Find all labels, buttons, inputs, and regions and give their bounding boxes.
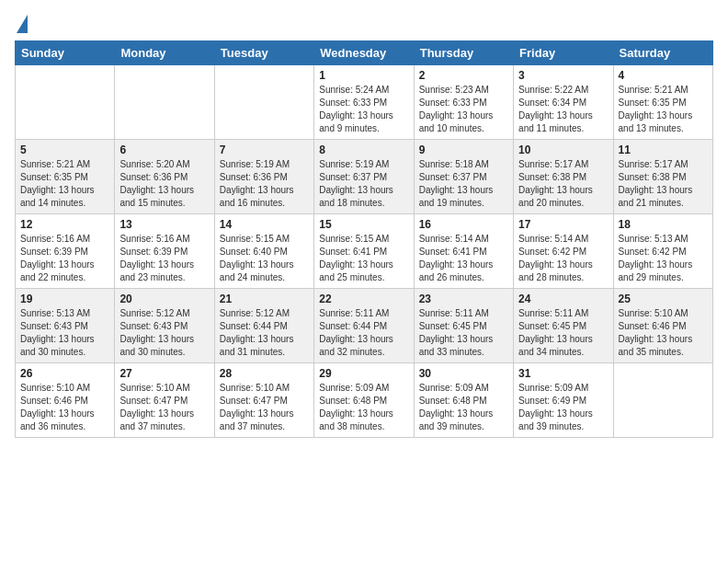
day-number: 28 <box>220 367 309 380</box>
calendar-cell: 24Sunrise: 5:11 AM Sunset: 6:45 PM Dayli… <box>514 289 613 363</box>
weekday-header-row: SundayMondayTuesdayWednesdayThursdayFrid… <box>16 41 713 65</box>
calendar-cell: 18Sunrise: 5:13 AM Sunset: 6:42 PM Dayli… <box>613 214 712 289</box>
calendar-cell: 31Sunrise: 5:09 AM Sunset: 6:49 PM Dayli… <box>514 363 613 438</box>
calendar-cell: 21Sunrise: 5:12 AM Sunset: 6:44 PM Dayli… <box>214 289 313 363</box>
day-info: Sunrise: 5:13 AM Sunset: 6:42 PM Dayligh… <box>619 233 708 284</box>
day-info: Sunrise: 5:16 AM Sunset: 6:39 PM Dayligh… <box>20 233 109 284</box>
day-number: 21 <box>220 293 309 305</box>
calendar-cell: 25Sunrise: 5:10 AM Sunset: 6:46 PM Dayli… <box>613 289 712 363</box>
calendar-cell: 3Sunrise: 5:22 AM Sunset: 6:34 PM Daylig… <box>514 65 613 140</box>
day-info: Sunrise: 5:15 AM Sunset: 6:41 PM Dayligh… <box>319 233 408 284</box>
week-row-2: 5Sunrise: 5:21 AM Sunset: 6:35 PM Daylig… <box>16 140 713 214</box>
day-info: Sunrise: 5:11 AM Sunset: 6:45 PM Dayligh… <box>518 307 608 359</box>
calendar-cell: 30Sunrise: 5:09 AM Sunset: 6:48 PM Dayli… <box>414 363 513 438</box>
day-info: Sunrise: 5:12 AM Sunset: 6:43 PM Dayligh… <box>119 307 209 359</box>
day-number: 30 <box>419 367 508 380</box>
calendar-cell: 6Sunrise: 5:20 AM Sunset: 6:36 PM Daylig… <box>115 140 214 214</box>
weekday-header-saturday: Saturday <box>613 41 712 65</box>
day-info: Sunrise: 5:11 AM Sunset: 6:44 PM Dayligh… <box>319 307 408 359</box>
day-number: 7 <box>220 144 309 156</box>
day-number: 5 <box>20 144 109 156</box>
calendar-cell <box>613 363 712 438</box>
day-info: Sunrise: 5:17 AM Sunset: 6:38 PM Dayligh… <box>619 158 708 210</box>
calendar-cell: 2Sunrise: 5:23 AM Sunset: 6:33 PM Daylig… <box>414 65 513 140</box>
day-number: 10 <box>518 144 608 156</box>
day-number: 17 <box>518 218 608 231</box>
day-number: 16 <box>419 218 508 231</box>
calendar-cell <box>214 65 313 140</box>
day-info: Sunrise: 5:20 AM Sunset: 6:36 PM Dayligh… <box>119 158 209 210</box>
week-row-3: 12Sunrise: 5:16 AM Sunset: 6:39 PM Dayli… <box>16 214 713 289</box>
day-number: 22 <box>319 293 408 305</box>
calendar-cell: 4Sunrise: 5:21 AM Sunset: 6:35 PM Daylig… <box>613 65 712 140</box>
week-row-4: 19Sunrise: 5:13 AM Sunset: 6:43 PM Dayli… <box>16 289 713 363</box>
week-row-5: 26Sunrise: 5:10 AM Sunset: 6:46 PM Dayli… <box>16 363 713 438</box>
logo <box>15 15 28 33</box>
day-info: Sunrise: 5:14 AM Sunset: 6:42 PM Dayligh… <box>518 233 608 284</box>
day-info: Sunrise: 5:09 AM Sunset: 6:48 PM Dayligh… <box>319 382 408 433</box>
calendar-cell <box>115 65 214 140</box>
calendar-cell: 11Sunrise: 5:17 AM Sunset: 6:38 PM Dayli… <box>613 140 712 214</box>
day-number: 23 <box>419 293 508 305</box>
calendar-cell: 27Sunrise: 5:10 AM Sunset: 6:47 PM Dayli… <box>115 363 214 438</box>
day-number: 6 <box>119 144 209 156</box>
day-number: 13 <box>119 218 209 231</box>
day-info: Sunrise: 5:14 AM Sunset: 6:41 PM Dayligh… <box>419 233 508 284</box>
calendar-cell: 22Sunrise: 5:11 AM Sunset: 6:44 PM Dayli… <box>314 289 414 363</box>
calendar-cell: 29Sunrise: 5:09 AM Sunset: 6:48 PM Dayli… <box>314 363 414 438</box>
day-number: 8 <box>319 144 408 156</box>
logo-triangle-icon <box>17 15 28 33</box>
day-number: 12 <box>20 218 109 231</box>
day-number: 19 <box>20 293 109 305</box>
day-info: Sunrise: 5:10 AM Sunset: 6:47 PM Dayligh… <box>119 382 209 433</box>
weekday-header-thursday: Thursday <box>414 41 513 65</box>
day-info: Sunrise: 5:12 AM Sunset: 6:44 PM Dayligh… <box>220 307 309 359</box>
day-number: 4 <box>619 69 708 82</box>
calendar-cell: 8Sunrise: 5:19 AM Sunset: 6:37 PM Daylig… <box>314 140 414 214</box>
calendar-cell: 5Sunrise: 5:21 AM Sunset: 6:35 PM Daylig… <box>16 140 115 214</box>
calendar-cell: 17Sunrise: 5:14 AM Sunset: 6:42 PM Dayli… <box>514 214 613 289</box>
day-number: 20 <box>119 293 209 305</box>
day-number: 26 <box>20 367 109 380</box>
day-number: 24 <box>518 293 608 305</box>
calendar-cell: 7Sunrise: 5:19 AM Sunset: 6:36 PM Daylig… <box>214 140 313 214</box>
day-info: Sunrise: 5:10 AM Sunset: 6:46 PM Dayligh… <box>619 307 708 359</box>
calendar-cell: 9Sunrise: 5:18 AM Sunset: 6:37 PM Daylig… <box>414 140 513 214</box>
day-info: Sunrise: 5:19 AM Sunset: 6:37 PM Dayligh… <box>319 158 408 210</box>
calendar-cell: 15Sunrise: 5:15 AM Sunset: 6:41 PM Dayli… <box>314 214 414 289</box>
weekday-header-sunday: Sunday <box>16 41 115 65</box>
weekday-header-monday: Monday <box>115 41 214 65</box>
day-info: Sunrise: 5:10 AM Sunset: 6:47 PM Dayligh… <box>220 382 309 433</box>
calendar-table: SundayMondayTuesdayWednesdayThursdayFrid… <box>15 40 713 438</box>
calendar-cell: 12Sunrise: 5:16 AM Sunset: 6:39 PM Dayli… <box>16 214 115 289</box>
calendar-cell: 10Sunrise: 5:17 AM Sunset: 6:38 PM Dayli… <box>514 140 613 214</box>
day-number: 3 <box>518 69 608 82</box>
day-info: Sunrise: 5:24 AM Sunset: 6:33 PM Dayligh… <box>319 84 408 135</box>
day-number: 15 <box>319 218 408 231</box>
day-info: Sunrise: 5:09 AM Sunset: 6:48 PM Dayligh… <box>419 382 508 433</box>
weekday-header-tuesday: Tuesday <box>214 41 313 65</box>
day-number: 9 <box>419 144 508 156</box>
calendar-cell: 13Sunrise: 5:16 AM Sunset: 6:39 PM Dayli… <box>115 214 214 289</box>
day-info: Sunrise: 5:18 AM Sunset: 6:37 PM Dayligh… <box>419 158 508 210</box>
day-info: Sunrise: 5:23 AM Sunset: 6:33 PM Dayligh… <box>419 84 508 135</box>
day-info: Sunrise: 5:15 AM Sunset: 6:40 PM Dayligh… <box>220 233 309 284</box>
day-number: 1 <box>319 69 408 82</box>
page-header <box>15 15 713 33</box>
day-number: 27 <box>119 367 209 380</box>
day-info: Sunrise: 5:10 AM Sunset: 6:46 PM Dayligh… <box>20 382 109 433</box>
weekday-header-wednesday: Wednesday <box>314 41 414 65</box>
calendar-cell: 16Sunrise: 5:14 AM Sunset: 6:41 PM Dayli… <box>414 214 513 289</box>
calendar-cell: 28Sunrise: 5:10 AM Sunset: 6:47 PM Dayli… <box>214 363 313 438</box>
day-info: Sunrise: 5:17 AM Sunset: 6:38 PM Dayligh… <box>518 158 608 210</box>
day-number: 18 <box>619 218 708 231</box>
week-row-1: 1Sunrise: 5:24 AM Sunset: 6:33 PM Daylig… <box>16 65 713 140</box>
day-info: Sunrise: 5:19 AM Sunset: 6:36 PM Dayligh… <box>220 158 309 210</box>
day-number: 11 <box>619 144 708 156</box>
day-info: Sunrise: 5:09 AM Sunset: 6:49 PM Dayligh… <box>518 382 608 433</box>
day-number: 25 <box>619 293 708 305</box>
calendar-cell: 19Sunrise: 5:13 AM Sunset: 6:43 PM Dayli… <box>16 289 115 363</box>
weekday-header-friday: Friday <box>514 41 613 65</box>
day-number: 14 <box>220 218 309 231</box>
day-info: Sunrise: 5:21 AM Sunset: 6:35 PM Dayligh… <box>20 158 109 210</box>
